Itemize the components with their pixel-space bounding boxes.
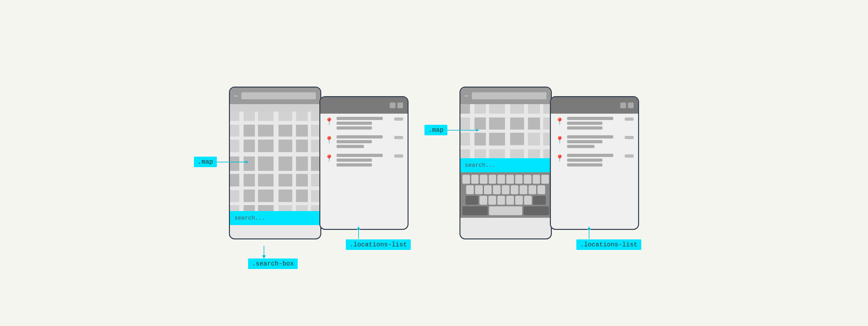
key[interactable] xyxy=(493,185,500,194)
key[interactable] xyxy=(480,175,488,184)
key[interactable] xyxy=(497,196,505,205)
list-line xyxy=(567,154,613,157)
key[interactable] xyxy=(515,175,523,184)
key[interactable] xyxy=(506,196,514,205)
space-key[interactable] xyxy=(489,206,522,215)
key[interactable] xyxy=(511,185,518,194)
back-arrow-icon: ← xyxy=(235,92,238,100)
key[interactable] xyxy=(489,196,496,205)
list-item-lines xyxy=(567,154,622,166)
map-arrow-1 xyxy=(217,159,249,165)
window-btn-4 xyxy=(628,102,633,108)
shift-key[interactable] xyxy=(466,196,478,205)
key[interactable] xyxy=(529,185,536,194)
list-line xyxy=(567,122,602,125)
svg-rect-23 xyxy=(258,157,274,171)
numbers-key[interactable] xyxy=(462,206,488,215)
header-bar-2 xyxy=(472,92,547,99)
svg-rect-10 xyxy=(230,171,320,174)
key[interactable] xyxy=(537,185,545,194)
list-line xyxy=(337,163,372,166)
key[interactable] xyxy=(497,175,505,184)
svg-rect-5 xyxy=(292,112,296,218)
keyboard-area xyxy=(460,172,551,218)
list-item: 📍 xyxy=(325,135,403,148)
svg-rect-16 xyxy=(296,125,308,137)
list-tag xyxy=(625,118,633,121)
svg-rect-30 xyxy=(279,174,292,186)
locations-list-label-1: .locations-list xyxy=(346,239,411,250)
list-item-lines xyxy=(567,117,622,130)
list-line xyxy=(567,159,602,162)
key[interactable] xyxy=(484,185,492,194)
list-line xyxy=(567,140,602,143)
list-item: 📍 xyxy=(555,117,633,130)
svg-rect-27 xyxy=(230,174,239,186)
key[interactable] xyxy=(471,175,479,184)
window-btn-3 xyxy=(620,102,626,108)
list-line xyxy=(337,159,372,162)
map-label-1: .map xyxy=(194,157,217,167)
search-placeholder-1: search... xyxy=(235,215,265,221)
diagram-1: ← xyxy=(229,87,408,239)
key[interactable] xyxy=(466,185,474,194)
list-line xyxy=(337,140,372,143)
pin-icon: 📍 xyxy=(325,118,333,126)
return-key[interactable] xyxy=(524,206,549,215)
list-item-lines xyxy=(337,135,391,148)
key[interactable] xyxy=(524,196,532,205)
key[interactable] xyxy=(524,175,531,184)
key[interactable] xyxy=(533,175,540,184)
key[interactable] xyxy=(479,196,487,205)
map-label-2: .map xyxy=(425,125,447,135)
key[interactable] xyxy=(475,185,483,194)
key[interactable] xyxy=(541,175,549,184)
list-line xyxy=(337,135,383,138)
key[interactable] xyxy=(506,175,514,184)
svg-marker-62 xyxy=(476,129,479,131)
svg-rect-29 xyxy=(258,174,274,186)
svg-rect-31 xyxy=(296,174,308,186)
delete-key[interactable] xyxy=(533,196,546,205)
svg-rect-8 xyxy=(230,137,320,140)
svg-rect-9 xyxy=(230,152,320,157)
map-annotation-2: .map xyxy=(425,125,479,135)
svg-marker-39 xyxy=(246,161,249,163)
list-items-2: 📍 📍 xyxy=(551,113,638,170)
search-placeholder-2: search... xyxy=(465,162,496,168)
list-tag xyxy=(394,118,403,121)
locations-list-arrow-1 xyxy=(346,227,371,239)
svg-rect-54 xyxy=(489,118,505,130)
list-item-lines xyxy=(337,154,391,166)
diagram-2: ← xyxy=(460,87,639,239)
svg-rect-58 xyxy=(489,133,505,145)
list-line xyxy=(337,117,383,120)
svg-marker-41 xyxy=(262,255,266,259)
locations-list-arrow-2 xyxy=(576,227,602,239)
window-btn-1 xyxy=(390,102,396,108)
pin-icon: 📍 xyxy=(555,154,564,163)
svg-rect-25 xyxy=(296,157,308,171)
svg-marker-66 xyxy=(587,227,591,230)
svg-rect-33 xyxy=(258,189,274,202)
locations-list-annotation-2: .locations-list xyxy=(576,227,641,250)
search-box-1[interactable]: search... xyxy=(230,211,320,225)
svg-rect-52 xyxy=(460,145,551,149)
key[interactable] xyxy=(462,175,470,184)
key[interactable] xyxy=(520,185,527,194)
map-arrow-2 xyxy=(447,127,479,133)
list-line xyxy=(567,163,602,166)
search-box-label-1: .search-box xyxy=(248,259,298,269)
list-tag xyxy=(394,136,403,139)
svg-rect-13 xyxy=(244,125,255,137)
pin-icon: 📍 xyxy=(325,154,333,163)
key[interactable] xyxy=(515,196,523,205)
key[interactable] xyxy=(489,175,496,184)
key[interactable] xyxy=(502,185,509,194)
svg-rect-20 xyxy=(296,140,308,152)
search-box-2[interactable]: search... xyxy=(460,158,551,172)
list-line xyxy=(567,135,613,138)
list-tag xyxy=(625,136,633,139)
phone-mockup-2: ← xyxy=(460,87,552,239)
svg-rect-26 xyxy=(311,157,320,171)
